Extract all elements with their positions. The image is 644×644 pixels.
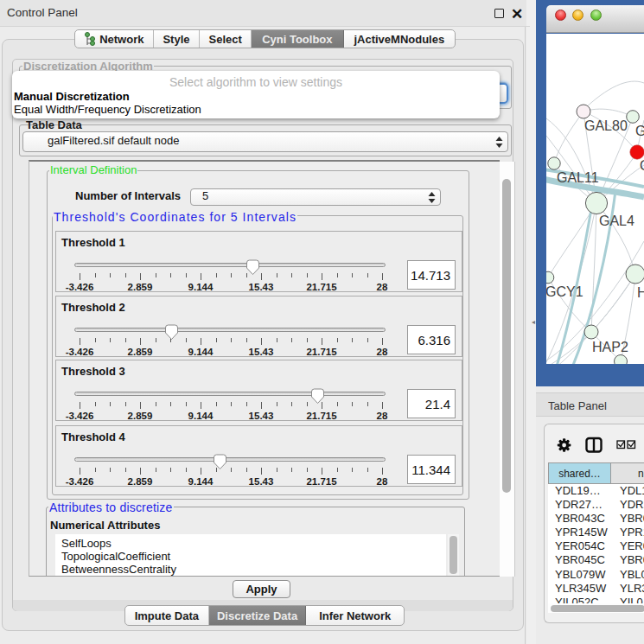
svg-text:G: G	[635, 124, 644, 138]
svg-text:GAL80: GAL80	[584, 118, 628, 133]
svg-text:C: C	[640, 158, 644, 173]
svg-text:GAL11: GAL11	[557, 170, 599, 185]
svg-text:GAL4: GAL4	[599, 214, 634, 228]
svg-text:HAP2: HAP2	[592, 340, 628, 354]
svg-text:H: H	[637, 285, 644, 300]
svg-text:GCY1: GCY1	[546, 284, 583, 299]
